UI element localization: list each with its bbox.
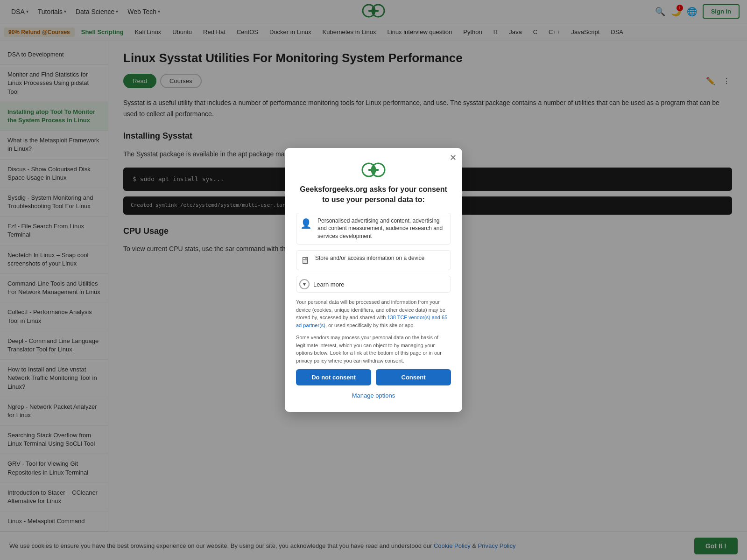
privacy-notice: Your personal data will be processed and… — [296, 298, 451, 329]
do-not-consent-button[interactable]: Do not consent — [296, 369, 371, 385]
person-icon: 👤 — [300, 218, 312, 229]
consent-modal: ✕ Geeksforgeeks.org asks for your consen… — [285, 148, 462, 412]
manage-options-link[interactable]: Manage options — [296, 390, 451, 401]
device-icon: 🖥 — [300, 255, 310, 266]
privacy-text-2: , or used specifically by this site or a… — [325, 322, 415, 328]
modal-close-button[interactable]: ✕ — [450, 153, 457, 163]
learn-more-label: Learn more — [313, 281, 344, 288]
consent-device-text: Store and/or access information on a dev… — [315, 254, 424, 262]
chevron-down-icon: ▾ — [299, 279, 310, 289]
consent-item-device: 🖥 Store and/or access information on a d… — [296, 250, 451, 270]
privacy-notice-2: Some vendors may process your personal d… — [296, 334, 451, 364]
consent-overlay: ✕ Geeksforgeeks.org asks for your consen… — [0, 0, 747, 560]
consent-buttons: Do not consent Consent — [296, 369, 451, 385]
modal-logo — [296, 161, 451, 179]
consent-item-advertising: 👤 Personalised advertising and content, … — [296, 213, 451, 245]
svg-rect-7 — [368, 169, 379, 171]
consent-button[interactable]: Consent — [376, 369, 451, 385]
modal-title: Geeksforgeeks.org asks for your consent … — [296, 184, 451, 205]
consent-advertising-text: Personalised advertising and content, ad… — [317, 217, 447, 240]
learn-more-row[interactable]: ▾ Learn more — [296, 276, 451, 293]
